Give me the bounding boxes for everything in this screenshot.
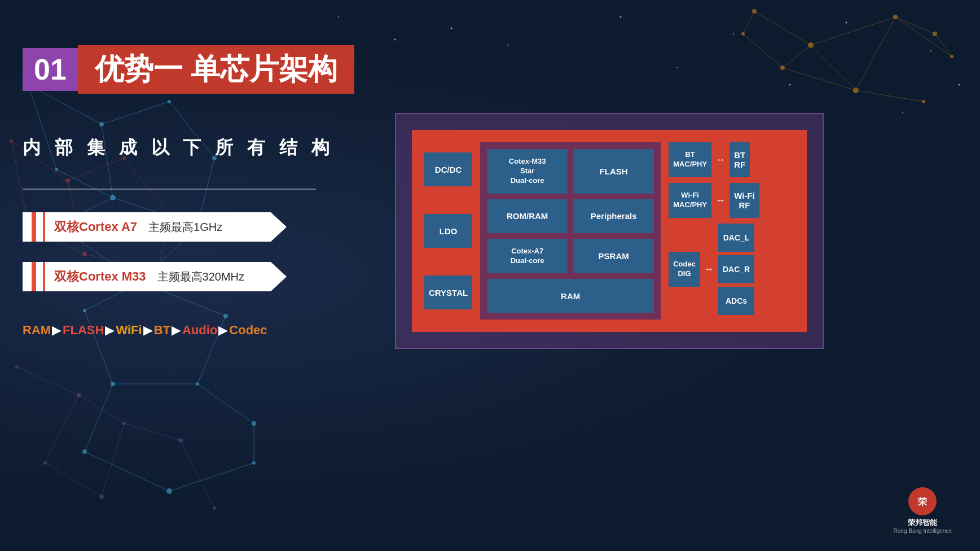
block-dac-r: DAC_R — [718, 255, 754, 283]
svg-text:荣: 荣 — [918, 497, 928, 506]
svg-point-15 — [950, 55, 953, 58]
svg-point-94 — [676, 67, 678, 68]
right-row-codec: CodecDIG ↔ DAC_L DAC_R ADCs — [669, 224, 794, 315]
block-wifi-mac-phy: Wi-FiMAC/PHY — [669, 183, 711, 218]
block-flash: FLASH — [573, 149, 654, 194]
svg-line-6 — [783, 45, 811, 68]
cortex-m33-main: 双核Cortex M33 — [54, 268, 146, 285]
block-cotex-m33: Cotex-M33StarDual-core — [487, 149, 568, 194]
component-list: RAM ▶ FLASH ▶ WiFi ▶ BT ▶ Audio ▶ Codec — [23, 323, 361, 338]
block-codec-dig: CodecDIG — [669, 252, 700, 287]
block-dcdc: DC/DC — [424, 152, 472, 186]
right-row-wifi: Wi-FiMAC/PHY ↔ Wi-FiRF — [669, 183, 794, 218]
block-adcs: ADCs — [718, 287, 754, 315]
svg-line-9 — [743, 11, 754, 34]
block-ram: RAM — [487, 279, 654, 313]
block-cotex-a7: Cotex-A7Dual-core — [487, 239, 568, 274]
svg-line-2 — [895, 17, 952, 56]
svg-point-88 — [451, 28, 452, 29]
title-bar: 01 优势一 单芯片架构 — [23, 45, 354, 94]
svg-line-0 — [754, 11, 811, 45]
feature-cortex-a7: 双核Cortex A7 主频最高1GHz — [23, 212, 361, 242]
arrow-wifi: ↔ — [716, 195, 725, 205]
divider-line — [23, 189, 316, 190]
svg-point-12 — [752, 9, 757, 14]
svg-point-14 — [893, 15, 898, 19]
svg-point-89 — [507, 45, 508, 46]
left-panel: 内 部 集 成 以 下 所 有 结 构 双核Cortex A7 主频最高1GHz… — [23, 113, 361, 528]
arrow-bar-m33 — [32, 262, 36, 291]
mid-row-4: RAM — [487, 279, 654, 313]
right-panel: DC/DC LDO CRYSTAL Cotex-M33StarDual-core… — [395, 113, 957, 528]
chip-inner-grid: DC/DC LDO CRYSTAL Cotex-M33StarDual-core… — [412, 130, 807, 332]
component-codec: Codec — [229, 323, 267, 338]
logo-area: 荣 荣邦智能 Rong Bang Intelligence — [894, 487, 952, 534]
component-flash: FLASH — [63, 323, 104, 338]
svg-point-67 — [10, 139, 13, 143]
mid-row-2: ROM/RAM Peripherals — [487, 199, 654, 233]
mid-row-3: Cotex-A7Dual-core PSRAM — [487, 239, 654, 274]
chip-middle-section: Cotex-M33StarDual-core FLASH ROM/RAM Per… — [480, 142, 661, 320]
chip-right-column: BTMAC/PHY ↔ BTRF Wi-FiMAC/PHY ↔ Wi-FiRF … — [669, 142, 794, 320]
svg-point-18 — [780, 65, 785, 70]
title-number: 01 — [23, 48, 78, 91]
component-ram: RAM — [23, 323, 51, 338]
arrow-codec: ↔ — [705, 264, 714, 274]
title-text: 优势一 单芯片架构 — [78, 45, 354, 94]
block-dac-l: DAC_L — [718, 224, 754, 252]
feature-cortex-m33: 双核Cortex M33 主频最高320MHz — [23, 262, 361, 291]
arrow-shape-m33: 双核Cortex M33 主频最高320MHz — [23, 262, 271, 291]
codec-sub-blocks: DAC_L DAC_R ADCs — [718, 224, 754, 315]
svg-line-4 — [856, 90, 924, 102]
sep2: ▶ — [105, 323, 115, 338]
content-area: 内 部 集 成 以 下 所 有 结 构 双核Cortex A7 主频最高1GHz… — [23, 113, 957, 528]
right-row-bt: BTMAC/PHY ↔ BTRF — [669, 142, 794, 177]
component-bt: BT — [154, 323, 170, 338]
block-psram: PSRAM — [573, 239, 654, 274]
block-wifi-rf: Wi-FiRF — [729, 183, 759, 218]
svg-point-81 — [15, 365, 19, 369]
sep1: ▶ — [52, 323, 61, 338]
block-crystal: CRYSTAL — [424, 276, 472, 309]
block-ldo: LDO — [424, 214, 472, 248]
svg-point-13 — [808, 42, 814, 48]
svg-point-20 — [933, 32, 937, 36]
svg-point-19 — [741, 32, 745, 36]
mid-row-1: Cotex-M33StarDual-core FLASH — [487, 149, 654, 194]
arrow-bar2-a7 — [43, 212, 45, 242]
logo-name: 荣邦智能 — [908, 518, 937, 528]
block-bt-mac-phy: BTMAC/PHY — [669, 142, 711, 177]
cortex-m33-sub: 主频最高320MHz — [157, 269, 244, 285]
component-audio: Audio — [182, 323, 217, 338]
svg-point-17 — [922, 100, 925, 103]
svg-point-16 — [853, 88, 859, 93]
sep4: ▶ — [172, 323, 181, 338]
cortex-a7-sub: 主频最高1GHz — [148, 220, 222, 235]
cortex-a7-main: 双核Cortex A7 — [54, 218, 137, 235]
block-romram: ROM/RAM — [487, 199, 568, 233]
svg-line-8 — [743, 34, 783, 68]
svg-point-44 — [168, 100, 171, 103]
component-wifi: WiFi — [116, 323, 142, 338]
sep3: ▶ — [143, 323, 153, 338]
svg-point-90 — [620, 16, 622, 18]
chip-diagram: DC/DC LDO CRYSTAL Cotex-M33StarDual-core… — [395, 113, 824, 349]
logo-icon: 荣 — [908, 487, 937, 515]
chip-left-column: DC/DC LDO CRYSTAL — [424, 142, 472, 320]
svg-line-11 — [895, 17, 935, 34]
arrow-bt: ↔ — [716, 155, 725, 165]
sep5: ▶ — [218, 323, 228, 338]
svg-line-10 — [935, 34, 952, 56]
arrow-bar-a7 — [32, 212, 36, 242]
arrow-bar2-m33 — [43, 262, 45, 291]
arrow-shape-a7: 双核Cortex A7 主频最高1GHz — [23, 212, 271, 242]
subtitle: 内 部 集 成 以 下 所 有 结 构 — [23, 135, 361, 160]
block-bt-rf: BTRF — [729, 142, 750, 177]
block-peripherals: Peripherals — [573, 199, 654, 233]
logo-sub: Rong Bang Intelligence — [894, 528, 952, 534]
